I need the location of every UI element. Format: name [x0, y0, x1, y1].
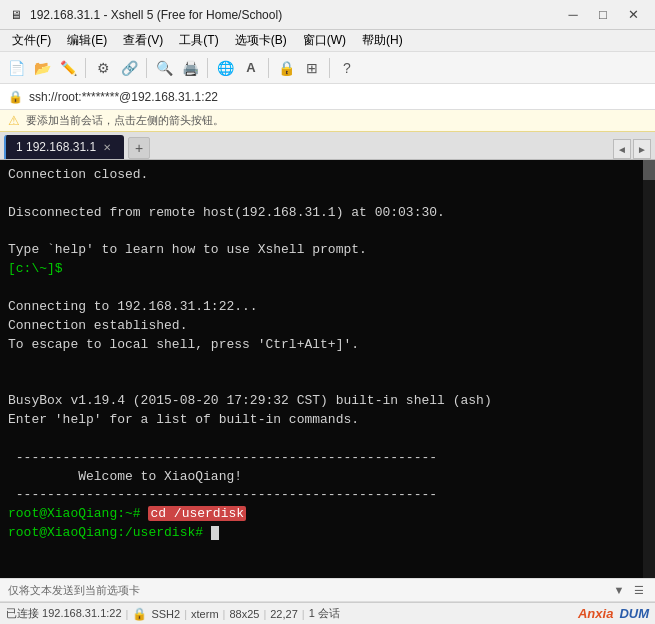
toolbar: 📄 📂 ✏️ ⚙ 🔗 🔍 🖨️ 🌐 A 🔒 ⊞ ?	[0, 52, 655, 84]
send-bar-label: 仅将文本发送到当前选项卡	[8, 583, 140, 598]
minimize-button[interactable]: ─	[559, 5, 587, 25]
info-bar: ⚠ 要添加当前会话，点击左侧的箭头按钮。	[0, 110, 655, 132]
menu-item-f[interactable]: 文件(F)	[4, 30, 59, 52]
menu-item-e[interactable]: 编辑(E)	[59, 30, 115, 52]
info-icon: ⚠	[8, 113, 20, 128]
terminal[interactable]: Connection closed. Disconnected from rem…	[0, 160, 655, 578]
lock-icon: 🔒	[8, 90, 23, 104]
terminal-welcome: Welcome to XiaoQiang!	[8, 468, 647, 487]
connection-status: 已连接 192.168.31.1:22	[6, 606, 122, 621]
maximize-button[interactable]: □	[589, 5, 617, 25]
status-cols: 88x25	[229, 608, 259, 620]
terminal-escape: To escape to local shell, press 'Ctrl+Al…	[8, 336, 647, 355]
brand-name: Anxia	[578, 606, 613, 621]
terminal-line-4	[8, 223, 647, 242]
send-menu-icon[interactable]: ☰	[631, 582, 647, 598]
lock-button[interactable]: 🔒	[274, 56, 298, 80]
status-left: 已连接 192.168.31.1:22 | 🔒 SSH2 | xterm | 8…	[6, 606, 340, 621]
status-protocol: SSH2	[151, 608, 180, 620]
divider-3: |	[223, 608, 226, 620]
menu-item-t[interactable]: 工具(T)	[171, 30, 226, 52]
send-bar: 仅将文本发送到当前选项卡 ▼ ☰	[0, 578, 655, 602]
terminal-separator-1: ----------------------------------------…	[8, 449, 647, 468]
divider-2: |	[184, 608, 187, 620]
edit-button[interactable]: ✏️	[56, 56, 80, 80]
terminal-busybox: BusyBox v1.19.4 (2015-08-20 17:29:32 CST…	[8, 392, 647, 411]
status-brand: AnxiaDUM	[578, 606, 649, 621]
scrollbar-thumb[interactable]	[643, 160, 655, 180]
separator-5	[329, 58, 330, 78]
window-title: 192.168.31.1 - Xshell 5 (Free for Home/S…	[30, 8, 282, 22]
grid-button[interactable]: ⊞	[300, 56, 324, 80]
title-bar: 🖥 192.168.31.1 - Xshell 5 (Free for Home…	[0, 0, 655, 30]
divider-5: |	[302, 608, 305, 620]
terminal-established: Connection established.	[8, 317, 647, 336]
divider-4: |	[263, 608, 266, 620]
terminal-blank-1	[8, 354, 647, 373]
divider-1: |	[126, 608, 129, 620]
menu-item-h[interactable]: 帮助(H)	[354, 30, 411, 52]
terminal-connecting: Connecting to 192.168.31.1:22...	[8, 298, 647, 317]
address-bar: 🔒 ssh://root:********@192.168.31.1:22	[0, 84, 655, 110]
connect-button[interactable]: 🔗	[117, 56, 141, 80]
tab-label: 1 192.168.31.1	[16, 140, 96, 154]
title-left: 🖥 192.168.31.1 - Xshell 5 (Free for Home…	[8, 7, 282, 23]
new-tab-button[interactable]: +	[128, 137, 150, 159]
terminal-line-2	[8, 185, 647, 204]
terminal-separator-2: ----------------------------------------…	[8, 486, 647, 505]
open-button[interactable]: 📂	[30, 56, 54, 80]
globe-button[interactable]: 🌐	[213, 56, 237, 80]
status-bar: 已连接 192.168.31.1:22 | 🔒 SSH2 | xterm | 8…	[0, 602, 655, 624]
info-message: 要添加当前会话，点击左侧的箭头按钮。	[26, 113, 224, 128]
menu-item-v[interactable]: 查看(V)	[115, 30, 171, 52]
terminal-line-5: Type `help' to learn how to use Xshell p…	[8, 241, 647, 260]
separator-3	[207, 58, 208, 78]
address-text: ssh://root:********@192.168.31.1:22	[29, 90, 647, 104]
terminal-line-3: Disconnected from remote host(192.168.31…	[8, 204, 647, 223]
tab-nav-right[interactable]: ►	[633, 139, 651, 159]
tab-close-button[interactable]: ✕	[100, 140, 114, 154]
print-button[interactable]: 🖨️	[178, 56, 202, 80]
tab-navigation: ◄ ►	[613, 139, 651, 159]
search-button[interactable]: 🔍	[152, 56, 176, 80]
send-bar-right: ▼ ☰	[611, 582, 647, 598]
status-sessions: 1 会话	[309, 606, 340, 621]
status-position: 22,27	[270, 608, 298, 620]
font-button[interactable]: A	[239, 56, 263, 80]
scrollbar[interactable]	[643, 160, 655, 578]
new-file-button[interactable]: 📄	[4, 56, 28, 80]
separator-1	[85, 58, 86, 78]
tab-bar: 1 192.168.31.1 ✕ + ◄ ►	[0, 132, 655, 160]
terminal-line-1: Connection closed.	[8, 166, 647, 185]
menu-item-b[interactable]: 选项卡(B)	[227, 30, 295, 52]
terminal-blank-2	[8, 373, 647, 392]
tab-nav-left[interactable]: ◄	[613, 139, 631, 159]
terminal-help: Enter 'help' for a list of built-in comm…	[8, 411, 647, 430]
menu-item-w[interactable]: 窗口(W)	[295, 30, 354, 52]
terminal-cmd-line: root@XiaoQiang:~# cd /userdisk	[8, 505, 647, 524]
help-button[interactable]: ?	[335, 56, 359, 80]
title-controls: ─ □ ✕	[559, 5, 647, 25]
send-dropdown-icon[interactable]: ▼	[611, 582, 627, 598]
settings-button[interactable]: ⚙	[91, 56, 115, 80]
brand-suffix: DUM	[619, 606, 649, 621]
menu-bar: 文件(F)编辑(E)查看(V)工具(T)选项卡(B)窗口(W)帮助(H)	[0, 30, 655, 52]
separator-2	[146, 58, 147, 78]
terminal-line-6: [c:\~]$	[8, 260, 647, 279]
status-encoding: xterm	[191, 608, 219, 620]
separator-4	[268, 58, 269, 78]
terminal-prompt-line: root@XiaoQiang:/userdisk#	[8, 524, 647, 543]
status-lock-icon: 🔒	[132, 607, 147, 621]
close-button[interactable]: ✕	[619, 5, 647, 25]
app-icon: 🖥	[8, 7, 24, 23]
active-tab[interactable]: 1 192.168.31.1 ✕	[4, 135, 124, 159]
terminal-blank-3	[8, 430, 647, 449]
terminal-line-7	[8, 279, 647, 298]
